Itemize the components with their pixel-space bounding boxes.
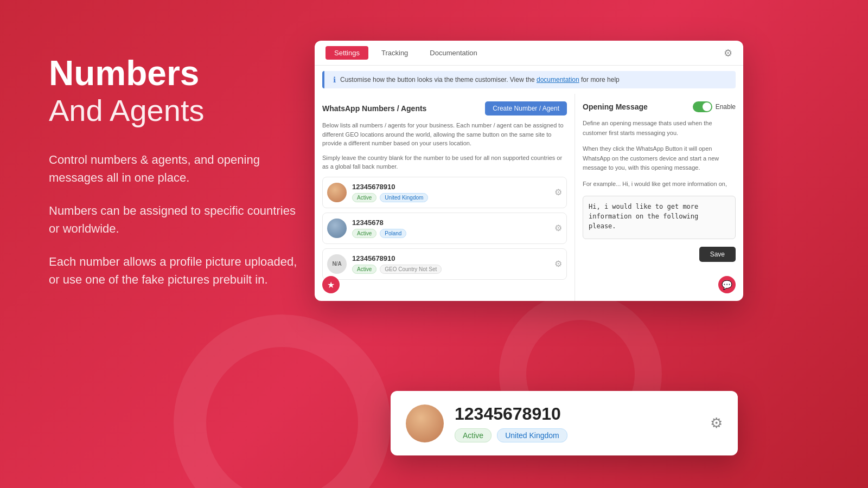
tab-tracking[interactable]: Tracking <box>373 46 417 60</box>
enlarged-country-badge: United Kingdom <box>497 428 567 442</box>
documentation-link[interactable]: documentation <box>537 76 579 84</box>
title-light: And Agents <box>49 92 309 129</box>
opening-title: Opening Message <box>583 102 648 111</box>
opening-message-textarea[interactable]: Hi, i would like to get more information… <box>583 196 736 239</box>
opening-message-column: Opening Message Enable Define an opening… <box>575 94 743 301</box>
opening-desc-2: When they click the WhatsApp Button it w… <box>583 144 736 173</box>
avatar-1 <box>327 183 347 202</box>
enlarged-status-badge: Active <box>455 428 492 442</box>
enlarged-avatar <box>406 404 444 442</box>
desc-text-1: Below lists all numbers / agents for you… <box>322 121 567 148</box>
number-value-1: 12345678910 <box>352 183 549 191</box>
decorative-circle-1 <box>174 314 391 488</box>
dashboard-card: Settings Tracking Documentation ⚙ ℹ Cust… <box>315 41 743 301</box>
numbers-column: WhatsApp Numbers / Agents Create Number … <box>315 94 575 301</box>
enable-toggle[interactable] <box>693 101 712 112</box>
left-panel: Numbers And Agents Control numbers & age… <box>49 54 309 304</box>
enlarged-number: 12345678910 <box>455 404 699 424</box>
save-button[interactable]: Save <box>699 247 736 262</box>
enlarged-info: 12345678910 Active United Kingdom <box>455 404 699 442</box>
badge-row-3: Active GEO Country Not Set <box>352 265 549 274</box>
paragraph-3: Each number allows a profile picture upl… <box>49 253 309 288</box>
create-number-button[interactable]: Create Number / Agent <box>485 101 567 115</box>
number-row-2: 12345678 Active Poland ⚙ <box>322 213 567 244</box>
title-bold: Numbers <box>49 54 309 92</box>
number-info-2: 12345678 Active Poland <box>352 219 549 238</box>
gear-icon[interactable]: ⚙ <box>724 47 732 59</box>
desc-text-2: Simply leave the country blank for the n… <box>322 153 567 171</box>
status-badge-2: Active <box>352 229 376 238</box>
tab-documentation[interactable]: Documentation <box>421 46 486 60</box>
number-value-2: 12345678 <box>352 219 549 227</box>
badge-row-2: Active Poland <box>352 229 549 238</box>
col-title: WhatsApp Numbers / Agents <box>322 104 426 113</box>
status-badge-1: Active <box>352 193 376 202</box>
enlarged-badges: Active United Kingdom <box>455 428 699 442</box>
info-banner: ℹ Customise how the button looks via the… <box>322 71 736 88</box>
col-header: WhatsApp Numbers / Agents Create Number … <box>322 101 567 115</box>
toggle-row: Enable <box>693 101 736 112</box>
country-badge-3: GEO Country Not Set <box>380 265 442 274</box>
country-badge-1: United Kingdom <box>380 193 428 202</box>
paragraph-2: Numbers can be assigned to specific coun… <box>49 202 309 237</box>
number-value-3: 12345678910 <box>352 254 549 262</box>
info-icon: ℹ <box>333 75 336 84</box>
info-banner-text: Customise how the button looks via the t… <box>340 76 620 84</box>
row-gear-2[interactable]: ⚙ <box>554 223 562 233</box>
opening-desc-3: For example... Hi, i would like get more… <box>583 179 736 189</box>
country-badge-2: Poland <box>380 229 406 238</box>
tab-bar: Settings Tracking Documentation ⚙ <box>315 41 743 66</box>
number-row: 12345678910 Active United Kingdom ⚙ <box>322 177 567 208</box>
enlarged-gear-icon[interactable]: ⚙ <box>710 415 723 432</box>
tab-settings[interactable]: Settings <box>326 46 368 60</box>
two-col-layout: WhatsApp Numbers / Agents Create Number … <box>315 94 743 301</box>
row-gear-3[interactable]: ⚙ <box>554 259 562 269</box>
number-info-3: 12345678910 Active GEO Country Not Set <box>352 254 549 274</box>
row-gear-1[interactable]: ⚙ <box>554 187 562 197</box>
bottom-icons: ★ 💬 <box>322 276 575 293</box>
paragraph-1: Control numbers & agents, and opening me… <box>49 151 309 187</box>
badge-row-1: Active United Kingdom <box>352 193 549 202</box>
avatar-3: N/A <box>327 254 347 274</box>
opening-desc-1: Define an opening message thats used whe… <box>583 119 736 138</box>
status-badge-3: Active <box>352 265 376 274</box>
number-row-3: N/A 12345678910 Active GEO Country Not S… <box>322 248 567 280</box>
toggle-label: Enable <box>716 103 736 111</box>
opening-header: Opening Message Enable <box>583 101 736 112</box>
enlarged-card: 12345678910 Active United Kingdom ⚙ <box>391 391 738 455</box>
number-info-1: 12345678910 Active United Kingdom <box>352 183 549 202</box>
star-icon-button[interactable]: ★ <box>322 276 340 293</box>
avatar-2 <box>327 219 347 238</box>
